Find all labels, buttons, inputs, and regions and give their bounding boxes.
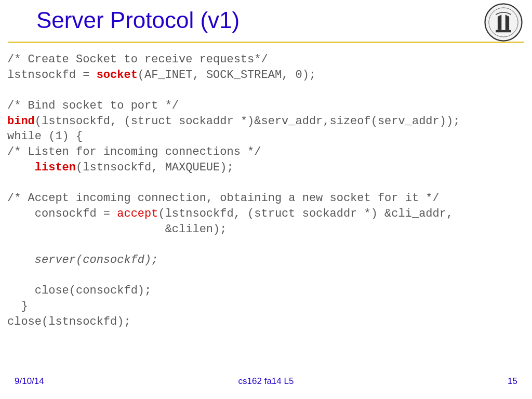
keyword-bind: bind	[7, 115, 35, 128]
seal-svg	[484, 3, 523, 42]
title-area: Server Protocol (v1)	[36, 7, 516, 33]
keyword-accept: accept	[117, 207, 158, 220]
code-line: /* Create Socket to receive requests*/	[7, 53, 268, 66]
svg-rect-2	[496, 30, 511, 32]
code-line: while (1) {	[7, 130, 83, 143]
slide-title: Server Protocol (v1)	[36, 7, 516, 33]
code-line: /* Listen for incoming connections */	[7, 145, 261, 158]
code-line: listen(lstnsockfd, MAXQUEUE);	[7, 161, 241, 174]
university-seal-icon	[484, 3, 523, 42]
code-line: close(lstnsockfd);	[7, 315, 131, 328]
slide: Server Protocol (v1) /* Create Socket to…	[0, 0, 532, 399]
footer-course: cs162 fa14 L5	[0, 376, 532, 387]
keyword-socket: socket	[97, 69, 138, 82]
code-line: close(consockfd);	[7, 284, 151, 297]
code-line: &clilen);	[7, 223, 227, 236]
code-line: server(consockfd);	[7, 254, 158, 267]
code-line: /* Bind socket to port */	[7, 99, 179, 112]
code-line: /* Accept incoming connection, obtaining…	[7, 192, 440, 205]
code-line: bind(lstnsockfd, (struct sockaddr *)&ser…	[7, 115, 467, 128]
code-block: /* Create Socket to receive requests*/ l…	[7, 52, 525, 329]
footer: 9/10/14 cs162 fa14 L5 15	[0, 376, 532, 389]
code-line: lstnsockfd = socket(AF_INET, SOCK_STREAM…	[7, 69, 316, 82]
svg-point-0	[485, 4, 522, 41]
footer-page: 15	[508, 376, 517, 387]
keyword-listen: listen	[35, 161, 76, 174]
code-line: }	[7, 300, 28, 313]
code-line: consockfd = accept(lstnsockfd, (struct s…	[7, 207, 453, 220]
title-underline	[8, 42, 524, 43]
